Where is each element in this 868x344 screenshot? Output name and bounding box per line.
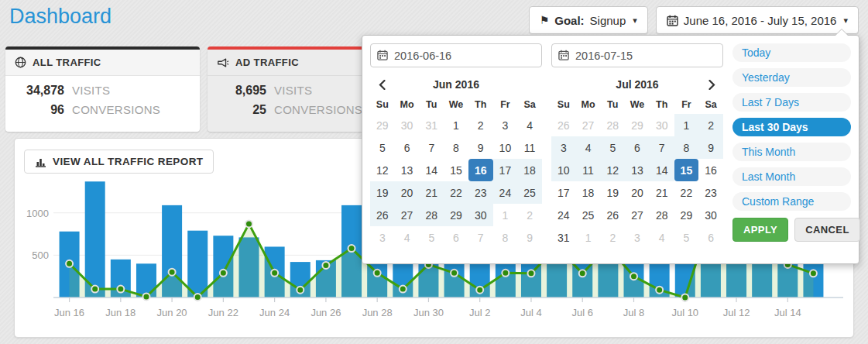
preset-last-7-days[interactable]: Last 7 Days [732, 93, 851, 112]
apply-button[interactable]: APPLY [732, 218, 788, 242]
calendar-day[interactable]: 3 [370, 226, 395, 249]
calendar-day[interactable]: 8 [674, 136, 699, 159]
point-jun-21[interactable] [194, 294, 201, 301]
calendar-day[interactable]: 7 [419, 136, 444, 159]
calendar-day[interactable]: 20 [625, 181, 650, 204]
calendar-day[interactable]: 28 [600, 114, 625, 136]
calendar-day[interactable]: 30 [650, 114, 674, 136]
calendar-day[interactable]: 16 [468, 159, 493, 181]
point-jun-24[interactable] [271, 270, 278, 277]
calendar-day[interactable]: 1 [576, 226, 601, 249]
bar-jun-17[interactable] [85, 181, 105, 298]
calendar-day[interactable]: 2 [517, 204, 542, 226]
calendar-day[interactable]: 26 [551, 114, 576, 136]
calendar-day[interactable]: 17 [551, 181, 576, 204]
calendar-day[interactable]: 29 [444, 204, 468, 226]
calendar-day[interactable]: 2 [698, 114, 723, 136]
calendar-day[interactable]: 8 [444, 136, 468, 159]
calendar-day[interactable]: 5 [419, 226, 444, 249]
calendar-day[interactable]: 27 [576, 114, 601, 136]
point-jul-10[interactable] [681, 294, 688, 301]
calendar-day[interactable]: 1 [674, 114, 699, 136]
bar-jun-21[interactable] [187, 231, 208, 298]
calendar-day[interactable]: 12 [370, 159, 395, 181]
calendar-day[interactable]: 24 [551, 204, 576, 226]
calendar-day[interactable]: 26 [600, 204, 625, 226]
preset-last-month[interactable]: Last Month [732, 167, 851, 186]
calendar-day[interactable]: 4 [517, 114, 542, 136]
calendar-day[interactable]: 12 [600, 159, 625, 181]
calendar-day[interactable]: 21 [650, 181, 674, 204]
calendar-day[interactable]: 21 [419, 181, 444, 204]
point-jun-19[interactable] [142, 293, 149, 300]
calendar-day[interactable]: 3 [551, 136, 576, 159]
calendar-day[interactable]: 22 [444, 181, 468, 204]
point-jun-18[interactable] [117, 286, 124, 293]
point-jun-23[interactable] [245, 220, 252, 227]
point-jun-17[interactable] [91, 286, 98, 293]
calendar-day[interactable]: 19 [600, 181, 625, 204]
date-range-button[interactable]: June 16, 2016 - July 15, 2016 ▾ [656, 6, 859, 34]
calendar-day[interactable]: 9 [517, 226, 542, 249]
calendar-day[interactable]: 30 [698, 204, 723, 226]
preset-custom-range[interactable]: Custom Range [732, 192, 851, 211]
point-jul-8[interactable] [630, 273, 637, 280]
calendar-day[interactable]: 5 [370, 136, 395, 159]
view-all-traffic-report-button[interactable]: VIEW ALL TRAFFIC REPORT [24, 150, 214, 174]
point-jun-16[interactable] [66, 260, 73, 267]
calendar-day[interactable]: 7 [650, 136, 674, 159]
calendar-day[interactable]: 9 [468, 136, 493, 159]
calendar-day[interactable]: 29 [370, 114, 395, 136]
calendar-day[interactable]: 7 [468, 226, 493, 249]
calendar-day[interactable]: 27 [395, 204, 420, 226]
calendar-day[interactable]: 2 [468, 114, 493, 136]
calendar-day[interactable]: 5 [600, 136, 625, 159]
point-jun-25[interactable] [297, 287, 304, 294]
calendar-day[interactable]: 4 [395, 226, 420, 249]
calendar-day[interactable]: 5 [674, 226, 699, 249]
point-jul-1[interactable] [451, 270, 458, 277]
start-date-input[interactable] [370, 43, 542, 67]
calendar-day[interactable]: 6 [444, 226, 468, 249]
point-jul-4[interactable] [527, 270, 534, 277]
calendar-day[interactable]: 6 [625, 136, 650, 159]
calendar-day[interactable]: 4 [576, 136, 601, 159]
calendar-day[interactable]: 30 [468, 204, 493, 226]
calendar-day[interactable]: 18 [576, 181, 601, 204]
calendar-day[interactable]: 13 [625, 159, 650, 181]
calendar-day[interactable]: 22 [674, 181, 699, 204]
calendar-day[interactable]: 25 [517, 181, 542, 204]
calendar-day[interactable]: 18 [517, 159, 542, 181]
calendar-day[interactable]: 8 [493, 226, 518, 249]
preset-last-30-days[interactable]: Last 30 Days [732, 118, 851, 136]
calendar-day[interactable]: 1 [493, 204, 518, 226]
calendar-day[interactable]: 19 [370, 181, 395, 204]
calendar-day[interactable]: 4 [650, 226, 674, 249]
calendar-day[interactable]: 23 [698, 181, 723, 204]
chevron-left-icon[interactable] [370, 80, 393, 90]
point-jul-15[interactable] [810, 270, 817, 277]
preset-this-month[interactable]: This Month [732, 143, 851, 161]
calendar-day[interactable]: 27 [625, 204, 650, 226]
point-jun-28[interactable] [374, 270, 381, 277]
calendar-day[interactable]: 26 [370, 204, 395, 226]
calendar-day[interactable]: 15 [444, 159, 468, 181]
calendar-day[interactable]: 31 [551, 226, 576, 249]
calendar-day[interactable]: 28 [419, 204, 444, 226]
point-jun-26[interactable] [322, 262, 329, 269]
point-jun-22[interactable] [220, 270, 227, 277]
calendar-day[interactable]: 28 [650, 204, 674, 226]
calendar-day[interactable]: 17 [493, 159, 518, 181]
calendar-day[interactable]: 23 [468, 181, 493, 204]
calendar-day[interactable]: 16 [698, 159, 723, 181]
calendar-day[interactable]: 1 [444, 114, 468, 136]
point-jul-2[interactable] [476, 287, 483, 294]
calendar-day[interactable]: 6 [698, 226, 723, 249]
calendar-day[interactable]: 25 [576, 204, 601, 226]
point-jun-20[interactable] [169, 269, 176, 276]
calendar-day[interactable]: 2 [600, 226, 625, 249]
goal-selector-button[interactable]: ⚑ Goal: Signup ▾ [529, 6, 648, 34]
end-date-input[interactable] [551, 43, 723, 67]
preset-yesterday[interactable]: Yesterday [732, 68, 851, 87]
calendar-day[interactable]: 14 [650, 159, 674, 181]
